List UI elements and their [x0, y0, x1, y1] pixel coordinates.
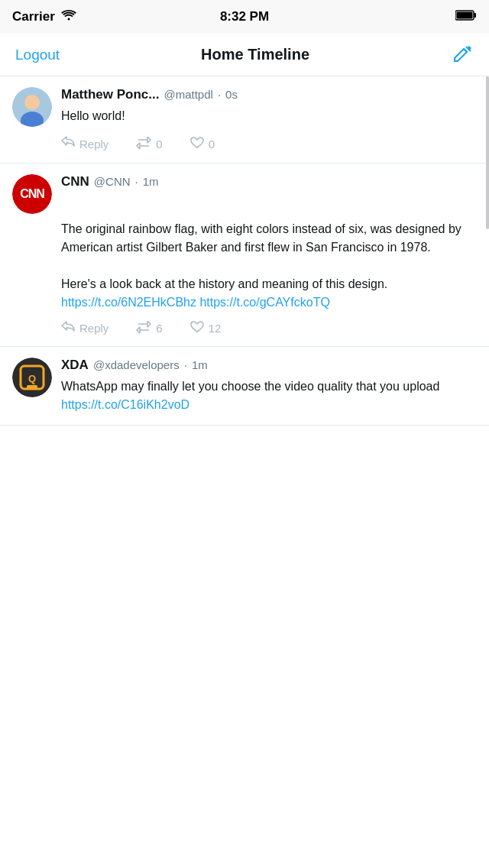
like-icon	[190, 137, 204, 151]
carrier-label: Carrier	[12, 9, 55, 24]
xda-avatar: Q	[12, 358, 52, 397]
tweet-text: WhatsApp may finally let you choose the …	[61, 377, 477, 414]
cnn-avatar: CNN	[12, 174, 52, 214]
tweet-text: Hello world!	[61, 107, 477, 125]
retweet-button[interactable]: 6	[136, 321, 162, 335]
tweet-actions: Reply 0 0	[61, 136, 477, 152]
tweet-handle: @mattpdl	[164, 88, 212, 101]
svg-rect-7	[27, 385, 37, 389]
compose-button[interactable]	[451, 44, 474, 66]
reply-button[interactable]: Reply	[61, 321, 108, 335]
tweet-timestamp: 1m	[192, 358, 208, 371]
tweet-dot: ·	[184, 358, 187, 371]
tweet-timestamp: 0s	[225, 88, 238, 101]
tweet-header: Matthew Ponc... @mattpdl · 0s Hello worl…	[12, 87, 477, 127]
status-time: 8:32 PM	[220, 9, 269, 24]
like-count: 12	[209, 322, 222, 335]
tweet-header: Q XDA @xdadevelopers · 1m WhatsApp may f…	[12, 358, 477, 414]
like-count: 0	[209, 138, 215, 151]
status-left: Carrier	[12, 9, 76, 24]
tweet-username: CNN	[61, 174, 89, 189]
nav-title: Home Timeline	[201, 46, 309, 63]
tweet-dot: ·	[135, 175, 138, 188]
tweet-header: CNN CNN @CNN · 1m	[12, 174, 477, 214]
tweet-timestamp: 1m	[143, 175, 159, 188]
tweet-actions: Reply 6 12	[61, 321, 477, 335]
retweet-count: 0	[156, 138, 162, 151]
tweet-username: XDA	[61, 358, 89, 373]
like-button[interactable]: 0	[190, 137, 215, 151]
tweet-time: ·	[218, 88, 221, 101]
reply-label: Reply	[79, 138, 108, 151]
tweet-info: XDA @xdadevelopers · 1m WhatsApp may fin…	[61, 358, 477, 414]
avatar[interactable]: CNN	[12, 174, 52, 214]
tweet-meta: Matthew Ponc... @mattpdl · 0s	[61, 87, 477, 102]
reply-button[interactable]: Reply	[61, 136, 108, 152]
avatar[interactable]	[12, 87, 52, 127]
like-icon	[190, 321, 204, 335]
scrollbar[interactable]	[486, 76, 489, 229]
tweet-handle: @xdadevelopers	[93, 358, 180, 371]
status-bar: Carrier 8:32 PM	[0, 0, 489, 34]
tweet-meta: CNN @CNN · 1m	[61, 174, 477, 189]
tweet-info: CNN @CNN · 1m	[61, 174, 477, 189]
logout-button[interactable]: Logout	[15, 47, 60, 63]
retweet-icon	[136, 137, 151, 151]
tweet-meta: XDA @xdadevelopers · 1m	[61, 358, 477, 373]
reply-icon	[61, 136, 75, 152]
retweet-count: 6	[156, 322, 162, 335]
battery-indicator	[455, 10, 477, 24]
tweet-item: CNN CNN @CNN · 1m The original rainbow f…	[0, 164, 489, 347]
nav-bar: Logout Home Timeline	[0, 34, 489, 76]
tweet-item: Matthew Ponc... @mattpdl · 0s Hello worl…	[0, 76, 489, 164]
like-button[interactable]: 12	[190, 321, 222, 335]
timeline: Matthew Ponc... @mattpdl · 0s Hello worl…	[0, 76, 489, 426]
wifi-icon	[61, 9, 76, 24]
retweet-button[interactable]: 0	[136, 137, 162, 151]
svg-rect-2	[457, 12, 473, 19]
reply-icon	[61, 321, 75, 335]
tweet-item: Q XDA @xdadevelopers · 1m WhatsApp may f…	[0, 347, 489, 426]
retweet-icon	[136, 321, 151, 335]
tweet-text: The original rainbow flag, with eight co…	[61, 220, 477, 312]
tweet-username: Matthew Ponc...	[61, 87, 159, 102]
avatar[interactable]: Q	[12, 358, 52, 397]
svg-text:Q: Q	[28, 373, 36, 384]
svg-point-4	[24, 95, 40, 110]
tweet-handle: @CNN	[94, 175, 131, 188]
tweet-info: Matthew Ponc... @mattpdl · 0s Hello worl…	[61, 87, 477, 125]
svg-rect-1	[474, 13, 477, 18]
reply-label: Reply	[79, 322, 108, 335]
